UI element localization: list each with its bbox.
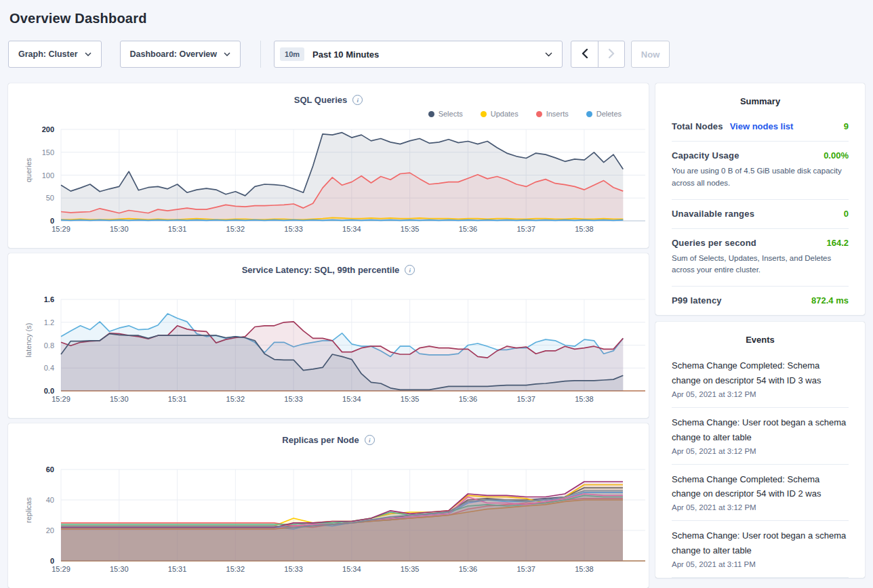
summary-description: Sum of Selects, Updates, Inserts, and De… (672, 253, 849, 277)
legend-item-selects: Selects (428, 110, 463, 118)
dashboard-dropdown-label: Dashboard: Overview (130, 49, 218, 59)
legend-item-updates: Updates (481, 110, 519, 118)
event-item: Schema Change: User root began a schema … (672, 408, 849, 465)
summary-title: Summary (672, 83, 849, 112)
service-latency-chart: 15:2915:3015:3115:3215:3315:3415:3515:36… (8, 291, 649, 410)
step-back-button[interactable] (571, 41, 598, 67)
svg-text:200: 200 (42, 125, 54, 133)
step-forward-button[interactable] (598, 41, 624, 67)
summary-panel: Summary Total Nodes View nodes list 9 Ca… (655, 83, 865, 315)
now-button[interactable]: Now (631, 41, 670, 68)
svg-text:15:35: 15:35 (401, 395, 420, 403)
chart-panel-service-latency: Service Latency: SQL, 99th percentile i … (8, 253, 649, 418)
chart-body: replicas 15:2915:3015:3115:3215:3315:341… (8, 461, 649, 580)
svg-text:15:32: 15:32 (226, 395, 245, 403)
graph-dropdown[interactable]: Graph: Cluster (8, 41, 102, 68)
summary-label: Capacity Usage (672, 150, 739, 161)
svg-text:0.4: 0.4 (44, 364, 54, 372)
chevron-down-icon (545, 52, 552, 57)
chart-legend (8, 446, 649, 461)
event-message[interactable]: Schema Change Completed: Schema change o… (672, 472, 849, 502)
info-icon[interactable]: i (365, 435, 375, 445)
event-item: Schema Change Completed: Schema change o… (672, 465, 849, 522)
svg-text:15:36: 15:36 (459, 225, 478, 233)
page-title: Overview Dashboard (8, 8, 865, 26)
time-range-label: Past 10 Minutes (312, 49, 545, 60)
time-step-arrows (571, 41, 625, 68)
event-timestamp: Apr 05, 2021 at 3:12 PM (672, 390, 849, 398)
svg-text:150: 150 (42, 148, 54, 156)
svg-text:15:32: 15:32 (226, 565, 245, 573)
legend-dot (428, 111, 434, 117)
svg-text:60: 60 (46, 465, 54, 474)
overview-dashboard-page: Overview Dashboard Graph: Cluster Dashbo… (0, 0, 873, 588)
svg-text:15:31: 15:31 (168, 395, 187, 403)
toolbar-divider (260, 41, 261, 68)
svg-text:1.6: 1.6 (44, 295, 54, 303)
y-axis-label: latency (s) (24, 323, 33, 358)
event-message[interactable]: Schema Change: User root began a schema … (672, 415, 849, 445)
svg-text:15:32: 15:32 (226, 225, 245, 233)
svg-text:15:34: 15:34 (342, 225, 361, 233)
events-title: Events (672, 322, 849, 351)
summary-row-queries-per-second: Queries per second 164.2 Sum of Selects,… (672, 229, 849, 287)
summary-label: Total Nodes (672, 121, 723, 131)
summary-row-total-nodes: Total Nodes View nodes list 9 (672, 112, 849, 142)
svg-text:15:34: 15:34 (342, 565, 361, 573)
chevron-left-icon (582, 49, 588, 60)
chart-panel-replicas-per-node: Replicas per Node i replicas 15:2915:301… (8, 423, 649, 588)
chart-legend: SelectsUpdatesInsertsDeletes (8, 106, 649, 121)
svg-text:15:30: 15:30 (110, 565, 129, 573)
chevron-down-icon (85, 52, 92, 56)
svg-text:15:36: 15:36 (459, 565, 478, 573)
event-timestamp: Apr 05, 2021 at 3:12 PM (672, 447, 849, 455)
y-axis-label: queries (24, 158, 33, 182)
chart-header: SQL Queries i (8, 83, 649, 106)
svg-text:0.0: 0.0 (44, 387, 54, 395)
summary-label: Queries per second (672, 238, 756, 248)
svg-text:15:38: 15:38 (575, 395, 594, 403)
event-message[interactable]: Schema Change Completed: Schema change o… (672, 358, 849, 388)
svg-text:15:36: 15:36 (459, 395, 478, 403)
svg-text:15:29: 15:29 (52, 395, 70, 403)
toolbar: Graph: Cluster Dashboard: Overview 10m P… (8, 41, 865, 68)
chart-header: Service Latency: SQL, 99th percentile i (8, 253, 649, 276)
svg-text:1.2: 1.2 (44, 318, 54, 327)
legend-item-inserts: Inserts (536, 110, 569, 118)
event-timestamp: Apr 05, 2021 at 3:11 PM (672, 560, 849, 568)
svg-text:15:30: 15:30 (110, 395, 129, 403)
summary-row-p99-latency: P99 latency 872.4 ms (672, 287, 849, 315)
event-item: Schema Change: User root began a schema … (672, 521, 849, 578)
chart-title: Service Latency: SQL, 99th percentile (242, 265, 400, 275)
sidebar-column: Summary Total Nodes View nodes list 9 Ca… (655, 83, 865, 578)
svg-text:15:30: 15:30 (110, 225, 129, 233)
svg-text:100: 100 (42, 171, 54, 180)
event-message[interactable]: Schema Change: User root began a schema … (672, 528, 849, 558)
replicas-per-node-chart: 15:2915:3015:3115:3215:3315:3415:3515:36… (8, 461, 649, 580)
svg-text:15:34: 15:34 (342, 395, 361, 403)
svg-text:15:29: 15:29 (52, 225, 70, 233)
summary-value: 0 (844, 209, 849, 219)
svg-text:15:35: 15:35 (401, 225, 420, 233)
svg-text:15:31: 15:31 (168, 565, 187, 573)
summary-value: 9 (844, 121, 849, 131)
legend-item-deletes: Deletes (586, 110, 622, 118)
svg-text:15:38: 15:38 (575, 225, 594, 233)
info-icon[interactable]: i (405, 265, 415, 275)
legend-dot (481, 111, 487, 117)
legend-dot (586, 111, 592, 117)
charts-column: SQL Queries i SelectsUpdatesInsertsDelet… (8, 83, 649, 588)
svg-text:15:31: 15:31 (168, 225, 187, 233)
chart-panel-sql-queries: SQL Queries i SelectsUpdatesInsertsDelet… (8, 83, 649, 248)
info-icon[interactable]: i (352, 95, 363, 105)
chart-body: latency (s) 15:2915:3015:3115:3215:3315:… (8, 291, 649, 410)
time-range-selector[interactable]: 10m Past 10 Minutes (274, 41, 563, 68)
svg-text:50: 50 (46, 194, 54, 202)
view-nodes-list-link[interactable]: View nodes list (730, 121, 794, 131)
svg-text:15:29: 15:29 (52, 565, 70, 573)
svg-text:15:38: 15:38 (575, 565, 594, 573)
summary-label: P99 latency (672, 295, 722, 306)
dashboard-dropdown[interactable]: Dashboard: Overview (120, 41, 241, 68)
svg-text:0.8: 0.8 (44, 341, 54, 350)
event-item: Schema Change Completed: Schema change o… (672, 351, 849, 408)
